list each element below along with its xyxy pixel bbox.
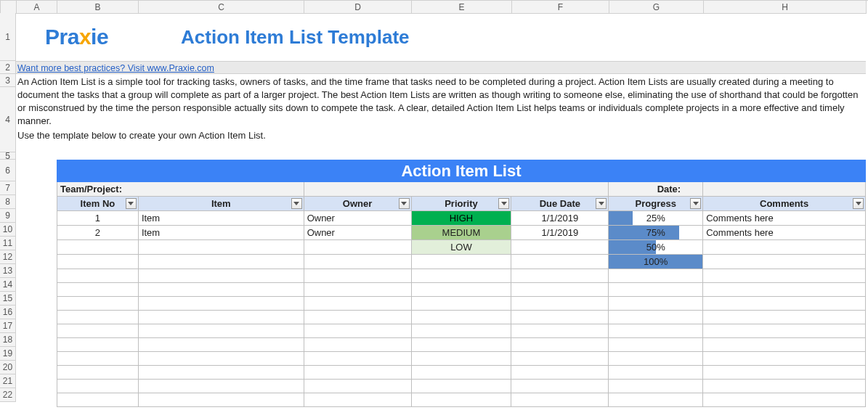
page-title: Action Item List Template bbox=[181, 26, 409, 49]
cell-due-date[interactable] bbox=[511, 240, 609, 255]
table-row[interactable] bbox=[57, 297, 866, 311]
cell-due-date[interactable]: 1/1/2019 bbox=[511, 226, 609, 240]
row-header[interactable]: 22 bbox=[0, 388, 16, 402]
team-project-value[interactable] bbox=[304, 182, 609, 197]
select-all-cell[interactable] bbox=[1, 1, 17, 14]
cell-comments[interactable] bbox=[703, 255, 866, 269]
cell-comments[interactable]: Comments here bbox=[703, 211, 866, 226]
table-row[interactable] bbox=[57, 393, 866, 407]
row-header[interactable]: 21 bbox=[0, 374, 16, 388]
cell-owner[interactable]: Owner bbox=[304, 211, 411, 226]
row-header[interactable]: 17 bbox=[0, 319, 16, 333]
col-header[interactable]: F bbox=[512, 1, 609, 14]
cell-comments[interactable] bbox=[703, 240, 866, 255]
cell-priority[interactable]: MEDIUM bbox=[411, 226, 511, 240]
row-header[interactable]: 1 bbox=[0, 13, 16, 61]
table-row[interactable] bbox=[57, 366, 866, 380]
row-header[interactable]: 12 bbox=[0, 250, 16, 264]
description: An Action Item List is a simple tool for… bbox=[16, 74, 866, 152]
cell-progress[interactable]: 100% bbox=[609, 255, 703, 269]
sheet-content: Praxie Action Item List Template Want mo… bbox=[16, 13, 866, 407]
cell-progress[interactable]: 50% bbox=[609, 240, 703, 255]
best-practices-link[interactable]: Want more best practices? Visit www.Prax… bbox=[16, 63, 214, 73]
filter-dropdown-icon[interactable] bbox=[399, 198, 410, 209]
cell-item[interactable]: Item bbox=[138, 211, 304, 226]
table-row[interactable] bbox=[57, 352, 866, 366]
row-header[interactable]: 15 bbox=[0, 292, 16, 306]
row-header[interactable]: 18 bbox=[0, 333, 16, 347]
cell-priority[interactable] bbox=[411, 255, 511, 269]
cell-item-no[interactable]: 2 bbox=[57, 226, 139, 240]
cell-item-no[interactable] bbox=[57, 240, 139, 255]
table-row[interactable] bbox=[57, 324, 866, 338]
filter-dropdown-icon[interactable] bbox=[498, 198, 509, 209]
row-header[interactable]: 11 bbox=[0, 237, 16, 250]
cell-item[interactable] bbox=[138, 255, 304, 269]
description-instruction: Use the template below to create your ow… bbox=[17, 129, 863, 142]
table-row[interactable] bbox=[57, 338, 866, 352]
filter-dropdown-icon[interactable] bbox=[596, 198, 607, 209]
row-header[interactable]: 16 bbox=[0, 306, 16, 319]
cell-comments[interactable]: Comments here bbox=[703, 226, 866, 240]
cell-owner[interactable]: Owner bbox=[304, 226, 411, 240]
cell-due-date[interactable] bbox=[511, 255, 609, 269]
date-label[interactable]: Date: bbox=[609, 182, 703, 197]
row-header[interactable]: 13 bbox=[0, 264, 16, 278]
action-item-table[interactable]: Action Item List Team/Project: Date: Ite… bbox=[57, 160, 866, 407]
table-row[interactable]: 100% bbox=[57, 255, 866, 269]
cell-item-no[interactable]: 1 bbox=[57, 211, 139, 226]
row-header[interactable]: 3 bbox=[0, 74, 16, 87]
row-header[interactable]: 14 bbox=[0, 278, 16, 292]
row-header[interactable]: 2 bbox=[0, 61, 16, 74]
table-row[interactable] bbox=[57, 380, 866, 393]
cell-priority[interactable]: HIGH bbox=[411, 211, 511, 226]
col-header[interactable]: D bbox=[304, 1, 412, 14]
header-item-no[interactable]: Item No bbox=[57, 197, 139, 211]
header-item[interactable]: Item bbox=[138, 197, 304, 211]
cell-progress[interactable]: 75% bbox=[609, 226, 703, 240]
cell-priority[interactable]: LOW bbox=[411, 240, 511, 255]
cell-item[interactable]: Item bbox=[138, 226, 304, 240]
filter-dropdown-icon[interactable] bbox=[126, 198, 137, 209]
praxie-logo: Praxie bbox=[45, 25, 108, 49]
row-header[interactable]: 10 bbox=[0, 223, 16, 237]
col-header[interactable]: B bbox=[57, 1, 139, 14]
header-comments[interactable]: Comments bbox=[703, 197, 866, 211]
header-progress[interactable]: Progress bbox=[609, 197, 703, 211]
col-header[interactable]: G bbox=[609, 1, 704, 14]
col-header[interactable]: H bbox=[704, 1, 867, 14]
cell-owner[interactable] bbox=[304, 255, 411, 269]
col-header[interactable]: C bbox=[139, 1, 304, 14]
team-project-label[interactable]: Team/Project: bbox=[57, 182, 304, 197]
header-owner[interactable]: Owner bbox=[304, 197, 411, 211]
cell-item-no[interactable] bbox=[57, 255, 139, 269]
header-priority[interactable]: Priority bbox=[411, 197, 511, 211]
col-header[interactable]: A bbox=[17, 1, 57, 14]
table-row[interactable]: LOW 50% bbox=[57, 240, 866, 255]
row-header[interactable]: 6 bbox=[0, 160, 16, 181]
header-row: Praxie Action Item List Template bbox=[16, 13, 866, 61]
cell-due-date[interactable]: 1/1/2019 bbox=[511, 211, 609, 226]
table-row[interactable]: 2 Item Owner MEDIUM 1/1/2019 75% Comment… bbox=[57, 226, 866, 240]
row-header[interactable]: 8 bbox=[0, 195, 16, 209]
header-due-date[interactable]: Due Date bbox=[511, 197, 609, 211]
row-header[interactable]: 9 bbox=[0, 209, 16, 223]
row-header[interactable]: 7 bbox=[0, 181, 16, 195]
filter-dropdown-icon[interactable] bbox=[690, 198, 701, 209]
filter-dropdown-icon[interactable] bbox=[291, 198, 302, 209]
cell-progress[interactable]: 25% bbox=[609, 211, 703, 226]
cell-owner[interactable] bbox=[304, 240, 411, 255]
table-row[interactable] bbox=[57, 269, 866, 283]
cell-item[interactable] bbox=[138, 240, 304, 255]
filter-dropdown-icon[interactable] bbox=[853, 198, 864, 209]
date-value[interactable] bbox=[703, 182, 866, 197]
col-header[interactable]: E bbox=[412, 1, 512, 14]
table-row[interactable] bbox=[57, 311, 866, 324]
row-header[interactable]: 19 bbox=[0, 347, 16, 361]
table-row[interactable] bbox=[57, 283, 866, 297]
row-header[interactable]: 20 bbox=[0, 361, 16, 374]
table-row[interactable]: 1 Item Owner HIGH 1/1/2019 25% Comments … bbox=[57, 211, 866, 226]
row-header[interactable]: 5 bbox=[0, 152, 16, 160]
row-header[interactable]: 4 bbox=[0, 87, 16, 152]
table-banner: Action Item List bbox=[57, 160, 866, 182]
